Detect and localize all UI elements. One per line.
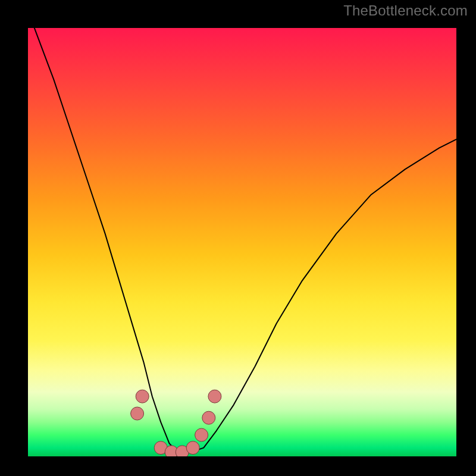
curve-marker: [136, 390, 149, 403]
watermark-text: TheBottleneck.com: [343, 2, 468, 19]
chart-frame: TheBottleneck.com: [0, 0, 476, 476]
bottleneck-curve: [28, 28, 456, 452]
curve-marker: [208, 390, 221, 403]
marker-group: [131, 390, 221, 456]
curve-group: [28, 28, 456, 452]
bottleneck-curve-svg: [28, 28, 456, 456]
curve-marker: [195, 428, 208, 441]
curve-marker: [202, 411, 215, 424]
curve-marker: [186, 441, 199, 455]
plot-area: [28, 28, 456, 456]
curve-marker: [131, 407, 144, 420]
